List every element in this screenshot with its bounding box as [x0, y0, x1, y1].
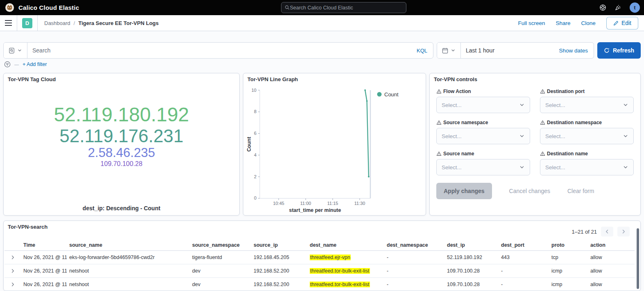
column-header: dest_name — [307, 239, 384, 251]
control-select[interactable]: Select... — [540, 97, 634, 113]
pagination: 1–21 of 21 — [572, 227, 630, 236]
apply-changes-button[interactable]: Apply changes — [436, 183, 492, 199]
saved-query-button[interactable] — [4, 43, 27, 58]
column-header: dest_port — [499, 239, 549, 251]
control-select[interactable]: Select... — [436, 128, 530, 144]
expand-row-button[interactable] — [5, 251, 21, 264]
query-bar: KQL Last 1 hour Show dates Refresh — [3, 42, 641, 59]
pencil-icon — [613, 20, 619, 26]
filter-icon[interactable] — [4, 61, 11, 68]
clear-form-button[interactable]: Clear form — [567, 188, 594, 194]
warning-icon — [436, 120, 442, 125]
count-line-series — [365, 90, 369, 177]
table-cell: eks-log-forwarder-5bd4659786-cwd2r — [67, 251, 190, 264]
help-button[interactable] — [599, 4, 606, 11]
add-filter-button[interactable]: + Add filter — [23, 61, 47, 67]
clone-button[interactable]: Clone — [581, 20, 596, 26]
kql-button[interactable]: KQL — [411, 48, 433, 54]
table-cell: - — [384, 251, 444, 264]
tag-cloud-items: 52.119.180.19252.119.176.2312.58.46.2351… — [4, 104, 239, 168]
menu-button[interactable] — [0, 15, 17, 31]
highlighted-value: threatfeed.tor-bulk-exit-list — [310, 282, 370, 287]
svg-text:8: 8 — [254, 109, 256, 114]
control-label: Source namespace — [436, 120, 530, 125]
expand-row-button[interactable] — [5, 278, 21, 291]
table-cell: Nov 26, 2021 @ 11:34:54.000 — [21, 278, 67, 291]
column-header: action — [588, 239, 635, 251]
svg-text:2: 2 — [254, 174, 256, 179]
chevron-down-icon — [451, 48, 456, 53]
table-cell: 109.70.100.28 — [444, 278, 499, 291]
global-search-input[interactable] — [290, 5, 403, 11]
table-cell: tigera-fluentd — [190, 251, 251, 264]
breadcrumb: Dashboard / Tigera Secure EE Tor-VPN Log… — [38, 20, 165, 26]
legend-item-count[interactable]: Count — [377, 91, 399, 98]
pagination-next-button[interactable] — [617, 227, 630, 236]
legend-swatch — [377, 92, 382, 97]
control-field: Destination portSelect... — [540, 89, 634, 113]
control-select[interactable]: Select... — [436, 159, 530, 175]
newsfeed-button[interactable] — [615, 4, 621, 11]
tag-cloud-tag[interactable]: 109.70.100.28 — [4, 160, 239, 168]
show-dates-button[interactable]: Show dates — [553, 48, 594, 54]
edit-button[interactable]: Edit — [606, 17, 638, 30]
table-cell: netshoot — [67, 264, 190, 278]
control-field: Flow ActionSelect... — [436, 89, 530, 113]
tag-cloud-tag[interactable]: 2.58.46.235 — [4, 146, 239, 160]
chevron-down-icon — [623, 133, 628, 139]
refresh-button[interactable]: Refresh — [597, 42, 641, 59]
refresh-icon — [604, 48, 610, 53]
table-cell: icmp — [549, 278, 588, 291]
dashboard-badge[interactable]: D — [22, 18, 32, 28]
control-select[interactable]: Select... — [436, 97, 530, 113]
dashboard-badge-wrap: D — [17, 15, 38, 31]
line-chart: 024681010:4511:0011:1511:30Countstart_ti… — [247, 84, 422, 214]
party-popper-icon — [615, 4, 621, 11]
tag-cloud-tag[interactable]: 52.119.180.192 — [4, 104, 239, 126]
table-cell: - — [499, 278, 549, 291]
calico-logo-icon[interactable] — [5, 3, 14, 12]
svg-text:6: 6 — [254, 131, 256, 136]
share-button[interactable]: Share — [556, 20, 571, 26]
warning-icon — [540, 151, 545, 156]
table-cell: netshoot — [67, 278, 190, 291]
column-header: source_ip — [251, 239, 307, 251]
control-select[interactable]: Select... — [540, 159, 634, 175]
search-input[interactable] — [27, 47, 411, 54]
breadcrumb-separator: / — [74, 20, 75, 26]
search-icon — [285, 5, 290, 10]
svg-text:Count: Count — [247, 136, 252, 152]
tag-cloud-tag[interactable]: 52.119.176.231 — [4, 126, 239, 146]
panel-controls: Tor-VPN controls Flow ActionSelect...Des… — [429, 73, 641, 216]
table-cell: - — [384, 278, 444, 291]
date-quick-select-button[interactable] — [437, 43, 461, 58]
table-cell: 192.168.52.200 — [251, 264, 307, 278]
warning-icon — [540, 89, 545, 94]
highlighted-value: threatfeed.tor-bulk-exit-list — [310, 268, 370, 274]
chevron-down-icon — [519, 164, 525, 170]
table-cell: threatfeed.ejr-vpn — [307, 251, 384, 264]
table-scrollbar[interactable] — [637, 228, 639, 289]
expand-row-button[interactable] — [5, 264, 21, 278]
chevron-down-icon — [623, 164, 628, 170]
cancel-changes-button[interactable]: Cancel changes — [509, 188, 550, 194]
panel-title: Tor-VPN Tag Cloud — [4, 73, 239, 85]
pagination-range: 1–21 of 21 — [572, 229, 597, 235]
full-screen-button[interactable]: Full screen — [518, 20, 545, 26]
table-cell: tcp — [549, 251, 588, 264]
control-field: Destination nameSelect... — [540, 151, 634, 175]
svg-text:4: 4 — [254, 152, 256, 157]
control-label: Destination port — [540, 89, 634, 94]
control-label: Flow Action — [436, 89, 530, 94]
user-avatar[interactable]: t — [630, 2, 640, 13]
table-cell: allow — [588, 264, 635, 278]
control-select[interactable]: Select... — [540, 128, 634, 144]
time-range-value[interactable]: Last 1 hour — [461, 47, 553, 54]
breadcrumb-dashboard[interactable]: Dashboard — [44, 20, 70, 26]
table-cell: 192.168.52.200 — [251, 278, 307, 291]
search-results-table: Timesource_namesource_namespacesource_ip… — [5, 239, 635, 291]
column-header: source_name — [67, 239, 190, 251]
pagination-prev-button[interactable] — [601, 227, 613, 236]
global-search[interactable] — [281, 2, 406, 13]
panel-line-graph: Tor-VPN Line Graph 024681010:4511:0011:1… — [243, 73, 426, 216]
